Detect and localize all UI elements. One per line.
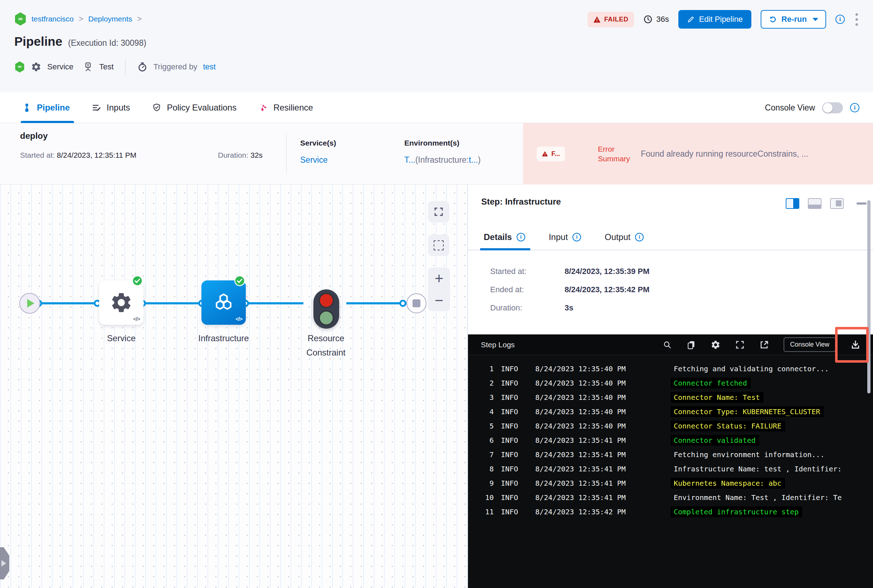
panel-scrollbar-thumb[interactable]: [867, 200, 870, 393]
stage-started-value: 8/24/2023, 12:35:11 PM: [57, 151, 137, 159]
log-level: INFO: [501, 479, 526, 488]
rerun-info-icon[interactable]: [835, 15, 845, 24]
marquee-select-icon: [434, 240, 444, 250]
log-line: 6 INFO 8/24/2023 12:35:41 PM Connector v…: [468, 433, 873, 447]
step-started-value: 8/24/2023, 12:35:39 PM: [565, 267, 649, 276]
inputs-tab-icon: [92, 103, 101, 112]
copy-icon[interactable]: [686, 340, 696, 350]
tab-input-label: Input: [549, 232, 568, 242]
layout-bottom-split-button[interactable]: [808, 198, 822, 209]
environment-value[interactable]: T...(Infrastructure:t...): [404, 155, 481, 165]
resource-constraint-node[interactable]: [313, 290, 339, 329]
play-icon: [27, 299, 35, 308]
canvas-select-button[interactable]: [428, 235, 449, 256]
log-line: 5 INFO 8/24/2023 12:35:40 PM Connector S…: [468, 419, 873, 433]
svg-text:∞: ∞: [18, 63, 22, 69]
log-line: 11 INFO 8/24/2023 12:35:42 PM Completed …: [468, 505, 873, 519]
tab-inputs[interactable]: Inputs: [92, 92, 130, 123]
log-level: INFO: [501, 393, 526, 402]
log-line: 8 INFO 8/24/2023 12:35:41 PM Infrastruct…: [468, 462, 873, 476]
success-check-icon: [234, 275, 245, 286]
tab-details[interactable]: Details: [484, 225, 525, 250]
execution-id: (Execution Id: 30098): [68, 38, 146, 48]
breadcrumb-project[interactable]: testfrancisco: [32, 15, 74, 23]
log-timestamp: 8/24/2023 12:35:42 PM: [535, 507, 646, 516]
infrastructure-link[interactable]: t...: [469, 155, 478, 165]
services-header: Service(s): [300, 139, 336, 147]
expand-fullscreen-icon[interactable]: [735, 340, 745, 350]
pipeline-start-node[interactable]: [19, 293, 40, 314]
tab-pipeline[interactable]: Pipeline: [22, 92, 70, 123]
step-panel-tabs: Details Input Output: [468, 225, 873, 250]
open-external-icon[interactable]: [759, 340, 769, 350]
step-ended-value: 8/24/2023, 12:35:42 PM: [565, 285, 649, 294]
log-line-number: 4: [468, 407, 494, 416]
code-marker: </>: [133, 316, 140, 322]
canvas-edge-expand-handle[interactable]: [0, 547, 9, 579]
pipeline-graph-canvas[interactable]: </> </>: [0, 184, 468, 588]
stop-icon: [413, 299, 421, 307]
details-info-icon[interactable]: [517, 233, 525, 242]
log-timestamp: 8/24/2023 12:35:41 PM: [535, 450, 646, 459]
log-settings-gear-icon[interactable]: [711, 340, 721, 350]
console-view-toggle[interactable]: [822, 102, 843, 113]
search-icon[interactable]: [663, 340, 672, 350]
fullscreen-icon: [433, 206, 444, 217]
code-marker: </>: [236, 316, 242, 322]
tab-inputs-label: Inputs: [107, 103, 130, 112]
traffic-red-light: [319, 293, 334, 308]
infrastructure-step-node[interactable]: </>: [201, 280, 246, 325]
harness-logo-icon: ∞: [14, 12, 27, 26]
output-info-icon[interactable]: [635, 233, 644, 242]
environment-icon: [83, 62, 93, 72]
more-options-menu[interactable]: [854, 12, 859, 27]
console-view-info-icon[interactable]: [850, 103, 859, 112]
edit-pipeline-button[interactable]: Edit Pipeline: [678, 10, 751, 28]
log-line-number: 5: [468, 422, 494, 430]
stage-duration-value: 32s: [251, 151, 263, 159]
log-timestamp: 8/24/2023 12:35:40 PM: [535, 379, 646, 387]
canvas-fit-view-button[interactable]: [428, 201, 449, 222]
service-node-label: Service: [99, 331, 143, 345]
step-detail-rows: Started at: 8/24/2023, 12:35:39 PM Ended…: [490, 267, 649, 321]
environment-link[interactable]: T...: [404, 155, 415, 165]
layout-right-split-button[interactable]: [786, 198, 799, 209]
log-level: INFO: [501, 407, 526, 416]
rerun-caret-icon[interactable]: [813, 18, 818, 21]
panel-minimize-button[interactable]: [856, 202, 867, 205]
breadcrumb-separator: >: [137, 14, 142, 24]
service-link[interactable]: Service: [300, 155, 328, 165]
failed-short-label: F...: [551, 150, 560, 158]
tab-resilience[interactable]: Resilience: [259, 92, 313, 123]
elapsed-time-value: 36s: [656, 15, 669, 24]
rerun-label: Re-run: [781, 15, 807, 24]
step-started-label: Started at:: [490, 267, 565, 276]
log-level: INFO: [501, 450, 526, 459]
console-view-toggle-label: Console View: [765, 103, 815, 112]
log-level: INFO: [501, 364, 526, 373]
policy-shield-icon: [152, 103, 161, 112]
log-message: Fetching and validating connector...: [671, 363, 829, 374]
log-timestamp: 8/24/2023 12:35:40 PM: [535, 407, 646, 416]
log-message: Connector fetched: [671, 378, 751, 388]
error-summary-label: Error Summary: [598, 144, 641, 164]
log-console-view-button[interactable]: Console View: [784, 337, 836, 352]
service-step-node[interactable]: </>: [99, 280, 143, 325]
pipeline-end-node[interactable]: [406, 293, 427, 314]
zoom-out-button[interactable]: −: [435, 293, 444, 308]
log-line: 3 INFO 8/24/2023 12:35:40 PM Connector N…: [468, 390, 873, 405]
connector-line: [39, 302, 97, 304]
tab-input[interactable]: Input: [549, 225, 581, 250]
stage-name[interactable]: deploy: [20, 131, 48, 141]
zoom-in-button[interactable]: +: [435, 271, 444, 286]
tab-policy-evaluations[interactable]: Policy Evaluations: [152, 92, 236, 123]
input-info-icon[interactable]: [572, 233, 581, 242]
clock-icon: [643, 15, 653, 24]
trigger-user-link[interactable]: test: [203, 62, 215, 72]
tab-output[interactable]: Output: [605, 225, 644, 250]
breadcrumb-deployments[interactable]: Deployments: [89, 15, 132, 23]
warning-icon: [542, 151, 548, 157]
rerun-button[interactable]: Re-run: [761, 10, 826, 28]
step-log-lines[interactable]: 1 INFO 8/24/2023 12:35:40 PM Fetching an…: [468, 355, 873, 588]
layout-floating-button[interactable]: [830, 198, 844, 209]
